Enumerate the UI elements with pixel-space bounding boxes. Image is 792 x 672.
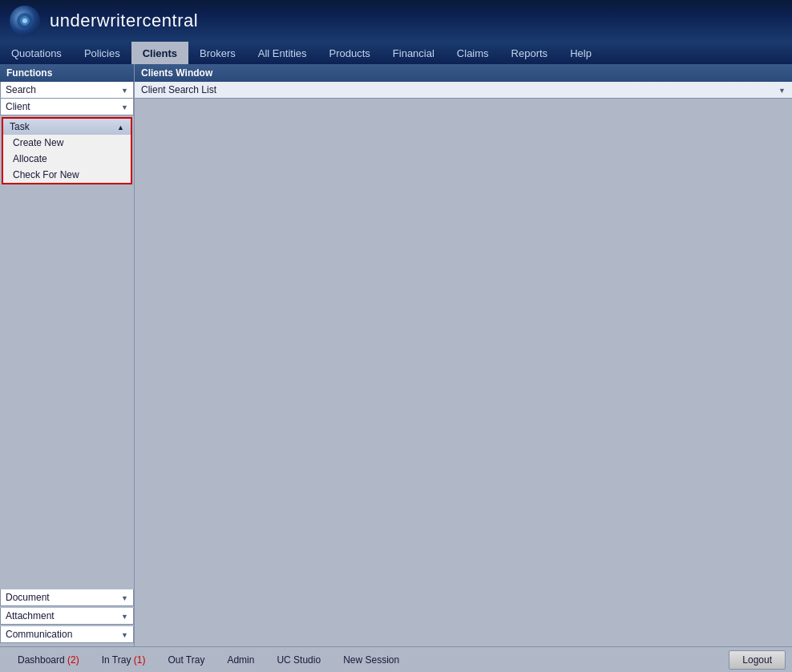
- sidebar: Functions Search Client Task Create New …: [0, 64, 135, 646]
- in-tray-label: In Tray (1): [102, 654, 146, 666]
- document-label: Document: [6, 592, 50, 603]
- footer-admin[interactable]: Admin: [216, 651, 265, 669]
- task-check-for-new[interactable]: Check For New: [3, 167, 131, 183]
- search-label: Search: [6, 84, 36, 95]
- nav-financial[interactable]: Financial: [382, 42, 446, 64]
- nav-reports[interactable]: Reports: [500, 42, 560, 64]
- logout-button[interactable]: Logout: [729, 650, 786, 670]
- nav-policies[interactable]: Policies: [73, 42, 131, 64]
- task-chevron-icon: [117, 121, 124, 132]
- client-chevron-icon: [121, 103, 128, 111]
- footer: Dashboard (2) In Tray (1) Out Tray Admin…: [0, 646, 792, 672]
- nav-all-entities[interactable]: All Entities: [247, 42, 318, 64]
- sidebar-communication-dropdown[interactable]: Communication: [0, 626, 134, 643]
- functions-label: Functions: [6, 67, 52, 79]
- sidebar-search-dropdown[interactable]: Search: [0, 82, 134, 99]
- sidebar-bottom: Document Attachment Communication: [0, 589, 134, 646]
- content-toolbar: Client Search List: [135, 82, 792, 99]
- main-layout: Functions Search Client Task Create New …: [0, 64, 792, 646]
- nav-brokers[interactable]: Brokers: [188, 42, 247, 64]
- app-title: underwritercentral: [50, 10, 198, 31]
- sidebar-top: Functions Search Client Task Create New …: [0, 64, 134, 589]
- attachment-chevron-icon: [121, 612, 128, 621]
- nav-clients[interactable]: Clients: [131, 42, 188, 64]
- toolbar-chevron-icon[interactable]: [778, 86, 786, 95]
- nav-claims[interactable]: Claims: [446, 42, 500, 64]
- footer-in-tray[interactable]: In Tray (1): [91, 651, 157, 669]
- dashboard-label: Dashboard (2): [18, 654, 79, 666]
- task-section: Task Create New Allocate Check For New: [2, 117, 132, 184]
- toolbar-label: Client Search List: [141, 84, 216, 95]
- client-label: Client: [6, 101, 30, 112]
- navigation-bar: Quotations Policies Clients Brokers All …: [0, 42, 792, 64]
- search-chevron-icon: [121, 86, 128, 95]
- task-header[interactable]: Task: [3, 119, 131, 135]
- task-label: Task: [10, 121, 30, 132]
- content-window-title: Clients Window: [135, 64, 792, 82]
- task-create-new[interactable]: Create New: [3, 135, 131, 151]
- nav-products[interactable]: Products: [318, 42, 382, 64]
- sidebar-document-dropdown[interactable]: Document: [0, 589, 134, 606]
- app-logo: [10, 6, 40, 36]
- footer-uc-studio[interactable]: UC Studio: [265, 651, 332, 669]
- footer-new-session[interactable]: New Session: [332, 651, 410, 669]
- communication-label: Communication: [6, 629, 72, 640]
- sidebar-attachment-dropdown[interactable]: Attachment: [0, 608, 134, 625]
- document-chevron-icon: [121, 593, 128, 602]
- communication-chevron-icon: [121, 630, 128, 639]
- content-body: [135, 99, 792, 646]
- app-header: underwritercentral: [0, 0, 792, 42]
- svg-point-1: [22, 18, 27, 23]
- content-area: Clients Window Client Search List: [135, 64, 792, 646]
- nav-help[interactable]: Help: [559, 42, 603, 64]
- sidebar-functions-header: Functions: [0, 64, 134, 82]
- footer-out-tray[interactable]: Out Tray: [156, 651, 216, 669]
- task-allocate[interactable]: Allocate: [3, 151, 131, 167]
- sidebar-client-dropdown[interactable]: Client: [0, 99, 134, 115]
- footer-dashboard[interactable]: Dashboard (2): [6, 651, 91, 669]
- attachment-label: Attachment: [6, 610, 55, 621]
- nav-quotations[interactable]: Quotations: [0, 42, 73, 64]
